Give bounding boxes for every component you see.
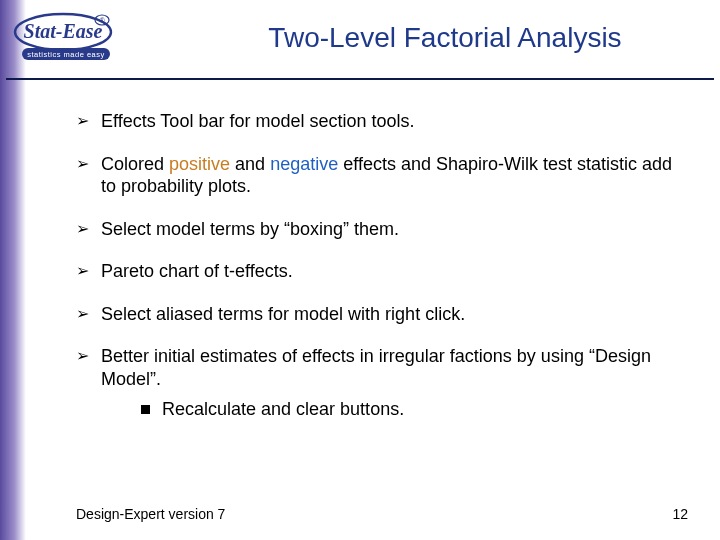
side-gradient [0,0,26,540]
list-item: ➢ Better initial estimates of effects in… [76,345,680,421]
arrow-icon: ➢ [76,218,89,240]
text-fragment: Better initial estimates of effects in i… [101,346,651,389]
list-item: ➢ Effects Tool bar for model section too… [76,110,680,133]
horizontal-rule [6,78,714,80]
sub-list-item: Recalculate and clear buttons. [141,398,680,421]
list-item: ➢ Select aliased terms for model with ri… [76,303,680,326]
square-icon [141,405,150,414]
arrow-icon: ➢ [76,345,89,367]
arrow-icon: ➢ [76,303,89,325]
positive-highlight: positive [169,154,230,174]
page-number: 12 [672,506,688,522]
negative-highlight: negative [270,154,338,174]
list-item: ➢ Select model terms by “boxing” them. [76,218,680,241]
text-fragment: Colored [101,154,169,174]
text-fragment: and [230,154,270,174]
footer-left: Design-Expert version 7 [76,506,225,522]
svg-text:Stat-Ease: Stat-Ease [24,20,103,42]
bullet-list: ➢ Effects Tool bar for model section too… [76,110,680,427]
bullet-text: Pareto chart of t-effects. [101,260,680,283]
svg-text:statistics made easy: statistics made easy [27,50,105,59]
slide-title: Two-Level Factorial Analysis [200,22,690,54]
bullet-text: Effects Tool bar for model section tools… [101,110,680,133]
footer: Design-Expert version 7 12 [76,506,688,522]
arrow-icon: ➢ [76,153,89,175]
list-item: ➢ Pareto chart of t-effects. [76,260,680,283]
arrow-icon: ➢ [76,110,89,132]
bullet-text: Better initial estimates of effects in i… [101,345,680,421]
title-area: Two-Level Factorial Analysis [140,22,690,54]
svg-text:®: ® [99,17,105,24]
stat-ease-logo: Stat-Ease ® statistics made easy [8,8,128,66]
list-item: ➢ Colored positive and negative effects … [76,153,680,198]
sub-bullet-text: Recalculate and clear buttons. [162,398,404,421]
bullet-text: Select model terms by “boxing” them. [101,218,680,241]
arrow-icon: ➢ [76,260,89,282]
bullet-text: Select aliased terms for model with righ… [101,303,680,326]
bullet-text: Colored positive and negative effects an… [101,153,680,198]
